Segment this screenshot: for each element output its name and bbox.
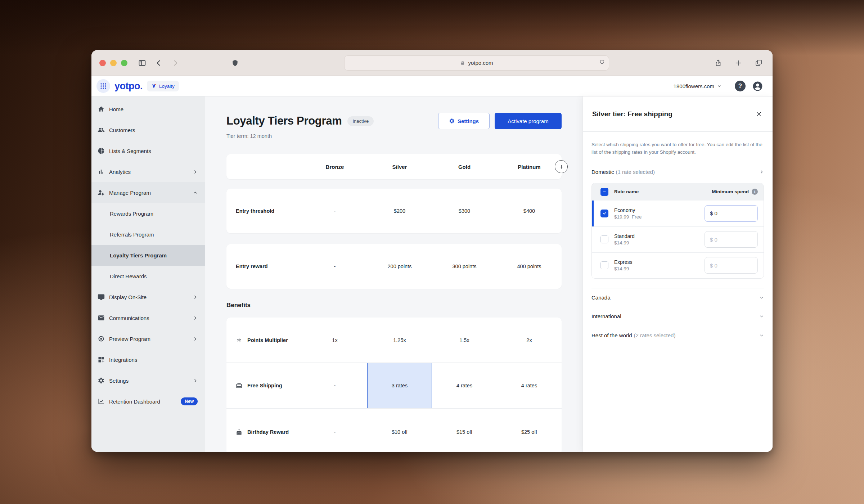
sidebar-item-integrations[interactable]: Integrations	[91, 349, 205, 370]
free-shipping-silver-cell-selected[interactable]: 3 rates	[367, 363, 432, 408]
address-bar[interactable]: yotpo.com	[344, 55, 609, 71]
economy-checkbox-checked[interactable]	[600, 210, 608, 217]
standard-checkbox-unchecked[interactable]	[600, 235, 608, 243]
line-chart-icon	[98, 398, 108, 405]
new-badge: New	[181, 397, 198, 405]
gift-icon	[236, 382, 242, 389]
bar-chart-icon	[98, 168, 108, 175]
sidebar-item-lists-segments[interactable]: Lists & Segments	[91, 140, 205, 161]
panel-title: Silver tier: Free shipping	[592, 110, 672, 118]
express-minimum-spend-input[interactable]	[705, 257, 758, 274]
sparkle-icon	[236, 337, 242, 343]
tier-header-card: Bronze Silver Gold Platinum	[226, 154, 562, 179]
user-avatar-icon[interactable]	[752, 81, 763, 92]
tier-column-platinum: Platinum	[497, 164, 562, 170]
chevron-right-icon	[193, 170, 198, 174]
home-icon	[98, 105, 108, 113]
yotpo-logo: yotpo.	[114, 81, 143, 92]
close-window-button[interactable]	[99, 60, 106, 66]
sidebar-item-referrals-program[interactable]: Referrals Program	[91, 224, 205, 245]
sidebar-item-settings[interactable]: Settings	[91, 370, 205, 391]
express-checkbox-unchecked[interactable]	[600, 261, 608, 269]
chevron-down-icon	[759, 314, 764, 319]
chevron-right-icon	[193, 378, 198, 383]
sidebar-item-direct-rewards[interactable]: Direct Rewards	[91, 266, 205, 287]
sidebar-item-retention-dashboard[interactable]: Retention Dashboard New	[91, 391, 205, 412]
economy-minimum-spend-input[interactable]	[705, 205, 758, 222]
sidebar-item-rewards-program[interactable]: Rewards Program	[91, 203, 205, 224]
sidebar-item-loyalty-tiers-program[interactable]: Loyalty Tiers Program	[91, 245, 205, 266]
tier-term-subtitle: Tier term: 12 month	[226, 133, 562, 139]
benefits-heading: Benefits	[226, 302, 562, 309]
account-switcher[interactable]: 1800flowers.com	[674, 83, 721, 89]
browser-chrome: yotpo.com	[91, 50, 773, 76]
chevron-down-icon	[759, 295, 764, 300]
chevron-right-icon	[193, 316, 198, 320]
birthday-reward-row: Birthday Reward - $10 off $15 off $25 of…	[226, 408, 562, 452]
close-icon[interactable]	[755, 110, 763, 118]
sidebar-item-manage-program[interactable]: Manage Program	[91, 182, 205, 203]
sidebar-toggle-icon[interactable]	[136, 58, 148, 68]
section-canada[interactable]: Canada	[591, 288, 764, 307]
section-domestic[interactable]: Domestic (1 rate selected)	[591, 166, 764, 179]
cake-icon	[236, 429, 242, 435]
free-shipping-panel: Silver tier: Free shipping Select which …	[582, 96, 773, 452]
entry-reward-row: Entry reward - 200 points 300 points 400…	[226, 244, 562, 289]
lock-icon	[460, 60, 465, 66]
points-multiplier-row: Points Multiplier 1x 1.25x 1.5x 2x	[226, 318, 562, 363]
benefits-card: Points Multiplier 1x 1.25x 1.5x 2x Free …	[226, 318, 562, 452]
sidebar-item-display-on-site[interactable]: Display On-Site	[91, 287, 205, 307]
privacy-shield-icon[interactable]	[229, 58, 241, 68]
activate-program-button[interactable]: Activate program	[495, 113, 562, 129]
sidebar-item-analytics[interactable]: Analytics	[91, 161, 205, 182]
sidebar-item-home[interactable]: Home	[91, 99, 205, 120]
browser-window: yotpo.com yotpo. Loyalty	[91, 50, 773, 452]
settings-button[interactable]: Settings	[438, 113, 490, 129]
add-tier-button[interactable]	[555, 160, 568, 173]
chevron-right-icon	[193, 337, 198, 341]
plus-icon	[559, 164, 564, 170]
minimum-spend-column-header: Minimum spend	[712, 189, 749, 194]
sidebar-item-communications[interactable]: Communications	[91, 307, 205, 328]
sidebar: Home Customers Lists & Segments Analytic…	[91, 96, 205, 452]
free-shipping-row: Free Shipping - 3 rates 4 rates 4 rates	[226, 363, 562, 408]
rate-table-header: Rate name Minimum spend i	[592, 183, 764, 201]
share-icon[interactable]	[712, 58, 724, 68]
zoom-window-button[interactable]	[121, 60, 127, 66]
help-icon[interactable]: ?	[735, 81, 746, 91]
forward-icon[interactable]	[169, 58, 181, 68]
header-divider	[728, 81, 728, 91]
app-header: yotpo. Loyalty 1800flowers.com ?	[91, 76, 773, 96]
main-content: Loyalty Tiers Program Inactive Settings …	[205, 96, 582, 452]
rate-row-standard: Standard $14.99	[592, 226, 764, 252]
panel-description: Select which shipping rates you want to …	[591, 141, 764, 156]
chevron-down-icon	[759, 333, 764, 338]
back-icon[interactable]	[153, 58, 165, 68]
tab-overview-icon[interactable]	[752, 58, 765, 68]
new-tab-icon[interactable]	[732, 58, 744, 68]
reload-icon[interactable]	[599, 59, 605, 65]
select-all-checkbox-indeterminate[interactable]	[600, 188, 608, 196]
users-icon	[98, 126, 108, 134]
loyalty-product-badge: Loyalty	[147, 81, 179, 91]
preview-eye-icon	[98, 335, 108, 342]
minimize-window-button[interactable]	[110, 60, 117, 66]
rate-row-economy: Economy $19.99 Free	[592, 201, 764, 226]
integrations-grid-plus-icon	[98, 356, 108, 363]
standard-minimum-spend-input[interactable]	[705, 231, 758, 248]
tier-column-bronze: Bronze	[302, 164, 367, 170]
url-text: yotpo.com	[468, 60, 493, 66]
chevron-down-icon	[717, 84, 721, 88]
section-international[interactable]: International	[591, 307, 764, 326]
gear-icon	[98, 377, 108, 384]
apps-grid-icon[interactable]	[96, 79, 110, 93]
chevron-up-icon	[193, 190, 198, 195]
entry-threshold-row: Entry threshold - $200 $300 $400	[226, 189, 562, 233]
sidebar-item-customers[interactable]: Customers	[91, 120, 205, 140]
loyalty-logo-icon	[151, 83, 157, 89]
user-gear-icon	[98, 189, 108, 196]
sidebar-item-preview-program[interactable]: Preview Program	[91, 328, 205, 349]
tier-column-silver: Silver	[367, 164, 432, 170]
info-icon[interactable]: i	[752, 189, 758, 195]
section-rest-of-world[interactable]: Rest of the world (2 rates selected)	[591, 326, 764, 345]
